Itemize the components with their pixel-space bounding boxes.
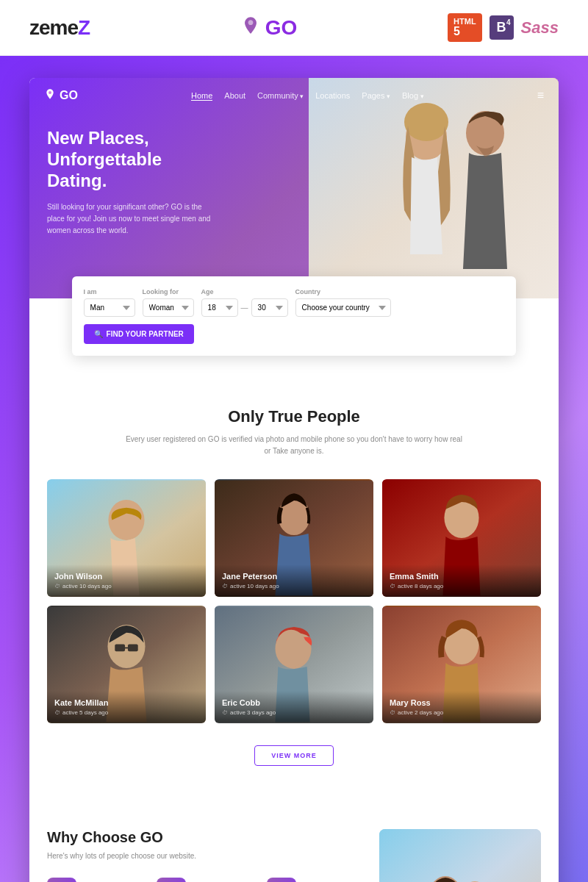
nav-locations[interactable]: Locations	[315, 91, 350, 100]
hero-text: New Places, Unforgettable Dating. Still …	[29, 113, 235, 290]
country-group: Country Choose your country	[295, 288, 391, 317]
card-status-john: ⏱ active 10 days ago	[54, 583, 198, 589]
card-overlay-eric: Eric Cobb ⏱ active 3 days ago	[215, 691, 373, 723]
outer-background: GO Home About Community Locations Pages …	[0, 56, 588, 882]
card-overlay-jane: Jane Peterson ⏱ active 10 days ago	[215, 564, 373, 597]
simple-use-icon	[47, 878, 76, 882]
profile-card-emma[interactable]: Emma Smith ⏱ active 8 days ago	[382, 479, 541, 597]
nav-home[interactable]: Home	[191, 91, 212, 101]
nav-about[interactable]: About	[224, 91, 245, 100]
looking-for-label: Looking for	[143, 288, 194, 295]
hero-description: Still looking for your significant other…	[47, 201, 220, 237]
age-to-select[interactable]: 30	[251, 298, 288, 317]
profile-card-mary[interactable]: Mary Ross ⏱ active 2 days ago	[382, 606, 541, 723]
status-icon-mary: ⏱	[390, 709, 395, 716]
card-name-emma: Emma Smith	[390, 572, 534, 581]
search-bar-wrapper: I am Man Woman Looking for Woman Man Age	[29, 298, 559, 370]
card-name-mary: Mary Ross	[390, 698, 534, 707]
svg-rect-13	[115, 645, 125, 652]
sass-badge: Sass	[521, 18, 559, 37]
zemes-logo: zemeZ	[29, 16, 90, 40]
bootstrap-badge: B4	[490, 15, 514, 40]
status-icon-eric: ⏱	[222, 709, 228, 716]
nav-community[interactable]: Community	[257, 91, 304, 100]
svg-point-6	[108, 500, 144, 540]
nav-blog[interactable]: Blog	[402, 91, 424, 100]
svg-rect-25	[379, 829, 541, 882]
feature-community: Cool Community Besides being #1 dating s…	[267, 878, 365, 882]
card-overlay-john: John Wilson ⏱ active 10 days ago	[47, 564, 206, 597]
go-logo-top: GO	[240, 15, 298, 40]
profile-card-jane[interactable]: Jane Peterson ⏱ active 10 days ago	[215, 479, 373, 597]
why-title: Why Choose GO	[47, 829, 365, 846]
why-text: Why Choose GO Here's why lots of people …	[47, 829, 365, 882]
card-overlay-mary: Mary Ross ⏱ active 2 days ago	[382, 691, 541, 723]
status-icon-jane: ⏱	[222, 583, 228, 589]
card-name-kate: Kate McMillan	[54, 698, 198, 707]
feature-simple: Simple to Use GO is very easy to use - j…	[47, 878, 145, 882]
looking-for-group: Looking for Woman Man	[143, 288, 194, 317]
hero-content: New Places, Unforgettable Dating. Still …	[29, 113, 559, 290]
why-subtitle: Here's why lots of people choose our web…	[47, 852, 365, 860]
status-icon: ⏱	[54, 583, 60, 589]
age-separator: —	[241, 304, 248, 312]
site-logo-pin-icon	[44, 88, 56, 103]
status-icon-emma: ⏱	[390, 583, 395, 589]
search-icon: 🔍	[94, 330, 103, 338]
card-status-eric: ⏱ active 3 days ago	[222, 709, 366, 716]
card-name-jane: Jane Peterson	[222, 572, 366, 581]
search-bar: I am Man Woman Looking for Woman Man Age	[72, 276, 517, 356]
people-section: Only True People Every user registered o…	[29, 370, 559, 800]
heart-pin-icon	[240, 15, 261, 40]
svg-rect-14	[128, 645, 138, 652]
why-choose-section: Why Choose GO Here's why lots of people …	[29, 800, 559, 882]
site-mockup: GO Home About Community Locations Pages …	[29, 78, 559, 882]
profile-card-kate[interactable]: Kate McMillan ⏱ active 5 days ago	[47, 606, 206, 723]
i-am-group: I am Man Woman	[84, 288, 135, 317]
tech-badges: HTML5 B4 Sass	[448, 13, 559, 42]
people-section-description: Every user registered on GO is verified …	[125, 434, 463, 457]
svg-point-0	[49, 91, 51, 94]
why-image	[379, 829, 541, 882]
view-more-button[interactable]: VIEW MORE	[254, 745, 334, 766]
looking-for-select[interactable]: Woman Man	[143, 298, 194, 317]
age-label: Age	[201, 288, 288, 295]
site-logo: GO	[44, 88, 78, 103]
card-name-john: John Wilson	[54, 572, 198, 581]
feature-matching: Smart Matching Our matching system is ba…	[157, 878, 254, 882]
find-partner-button[interactable]: 🔍 FIND YOUR PARTNER	[84, 324, 194, 344]
status-icon-kate: ⏱	[54, 709, 60, 716]
card-name-eric: Eric Cobb	[222, 698, 366, 707]
card-overlay-emma: Emma Smith ⏱ active 8 days ago	[382, 564, 541, 597]
people-section-title: Only True People	[47, 407, 541, 426]
why-couple-photo	[379, 829, 541, 882]
card-overlay-kate: Kate McMillan ⏱ active 5 days ago	[47, 691, 206, 723]
hamburger-icon[interactable]: ≡	[537, 89, 544, 102]
smart-match-icon	[157, 878, 186, 882]
i-am-label: I am	[84, 288, 135, 295]
html5-badge: HTML5	[448, 13, 482, 42]
card-status-jane: ⏱ active 10 days ago	[222, 583, 366, 589]
i-am-select[interactable]: Man Woman	[84, 298, 135, 317]
svg-point-18	[275, 630, 306, 667]
community-icon	[267, 878, 296, 882]
card-status-emma: ⏱ active 8 days ago	[390, 583, 534, 589]
features-row: Simple to Use GO is very easy to use - j…	[47, 878, 365, 882]
card-status-kate: ⏱ active 5 days ago	[54, 709, 198, 716]
profile-card-john[interactable]: John Wilson ⏱ active 10 days ago	[47, 479, 206, 597]
country-label: Country	[295, 288, 391, 295]
age-from-select[interactable]: 18	[201, 298, 238, 317]
site-nav: GO Home About Community Locations Pages …	[29, 78, 559, 113]
country-select[interactable]: Choose your country	[295, 298, 391, 317]
nav-links: Home About Community Locations Pages Blo…	[191, 91, 424, 101]
card-status-mary: ⏱ active 2 days ago	[390, 709, 534, 716]
hero-title: New Places, Unforgettable Dating.	[47, 128, 220, 191]
profile-cards-grid: John Wilson ⏱ active 10 days ago	[47, 479, 541, 723]
nav-pages[interactable]: Pages	[362, 91, 390, 100]
hero-section: GO Home About Community Locations Pages …	[29, 78, 559, 298]
age-range: 18 — 30	[201, 298, 288, 317]
top-bar: zemeZ GO HTML5 B4 Sass	[0, 0, 588, 56]
view-more-wrapper: VIEW MORE	[47, 738, 541, 766]
profile-card-eric[interactable]: Eric Cobb ⏱ active 3 days ago	[215, 606, 373, 723]
age-group: Age 18 — 30	[201, 288, 288, 317]
